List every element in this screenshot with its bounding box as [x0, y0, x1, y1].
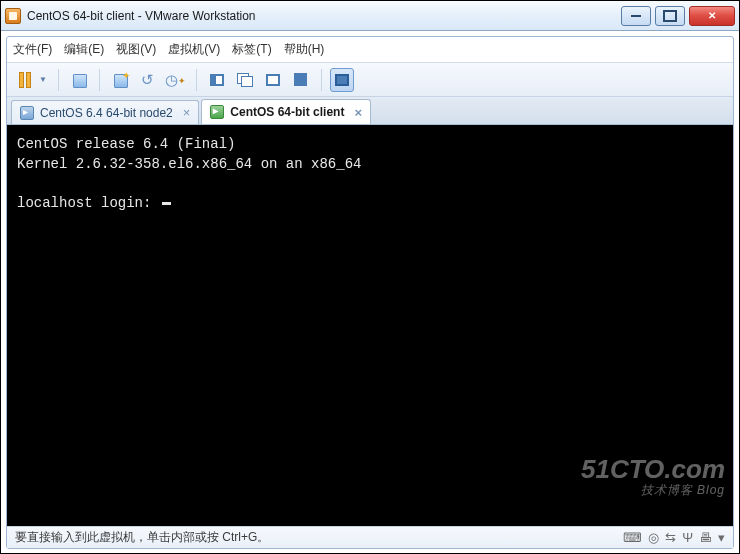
- menu-vm[interactable]: 虚拟机(V): [168, 41, 220, 58]
- vm-tab-icon: [20, 106, 34, 120]
- network-icon[interactable]: ⇆: [665, 530, 676, 545]
- watermark: 51CTO.com 技术博客 Blog: [581, 456, 725, 496]
- app-icon: [5, 8, 21, 24]
- login-prompt: localhost login:: [17, 195, 160, 211]
- tab-label: CentOS 6.4 64-bit node2: [40, 106, 173, 120]
- power-dropdown-icon[interactable]: ▼: [39, 75, 47, 84]
- toolbar-separator: [58, 69, 59, 91]
- menu-help[interactable]: 帮助(H): [284, 41, 325, 58]
- window-title: CentOS 64-bit client - VMware Workstatio…: [27, 9, 621, 23]
- title-bar: CentOS 64-bit client - VMware Workstatio…: [1, 1, 739, 31]
- vm-tab-icon: [210, 105, 224, 119]
- menu-file[interactable]: 文件(F): [13, 41, 52, 58]
- take-snapshot-button[interactable]: [108, 68, 132, 92]
- console-view-button[interactable]: [330, 68, 354, 92]
- tab-bar: CentOS 6.4 64-bit node2 × CentOS 64-bit …: [7, 97, 733, 125]
- unity-button[interactable]: [289, 68, 313, 92]
- toolbar: ▼ ↺ ◷: [7, 63, 733, 97]
- tab-close-icon[interactable]: ×: [183, 105, 191, 120]
- toolbar-separator: [196, 69, 197, 91]
- full-screen-button[interactable]: [261, 68, 285, 92]
- cd-icon[interactable]: ◎: [648, 530, 659, 545]
- terminal-line: CentOS release 6.4 (Final): [17, 136, 235, 152]
- vm-tab[interactable]: CentOS 6.4 64-bit node2 ×: [11, 100, 199, 124]
- close-button[interactable]: [689, 6, 735, 26]
- status-bar: 要直接输入到此虚拟机，单击内部或按 Ctrl+G。 ⌨ ◎ ⇆ Ψ 🖶 ▾: [7, 526, 733, 548]
- power-button[interactable]: [13, 68, 37, 92]
- watermark-subtext: 技术博客 Blog: [581, 484, 725, 496]
- snapshot-manager-button[interactable]: ◷: [164, 68, 188, 92]
- toolbar-separator: [99, 69, 100, 91]
- snapshot-button[interactable]: [67, 68, 91, 92]
- terminal-line: Kernel 2.6.32-358.el6.x86_64 on an x86_6…: [17, 156, 361, 172]
- menu-edit[interactable]: 编辑(E): [64, 41, 104, 58]
- status-text: 要直接输入到此虚拟机，单击内部或按 Ctrl+G。: [15, 529, 269, 546]
- tab-label: CentOS 64-bit client: [230, 105, 344, 119]
- vm-tab[interactable]: CentOS 64-bit client ×: [201, 99, 371, 124]
- toolbar-separator: [321, 69, 322, 91]
- menu-tabs[interactable]: 标签(T): [232, 41, 271, 58]
- menu-bar: 文件(F) 编辑(E) 视图(V) 虚拟机(V) 标签(T) 帮助(H): [7, 37, 733, 63]
- app-chrome: 文件(F) 编辑(E) 视图(V) 虚拟机(V) 标签(T) 帮助(H) ▼ ↺…: [6, 36, 734, 549]
- minimize-button[interactable]: [621, 6, 651, 26]
- watermark-text: 51CTO.com: [581, 454, 725, 484]
- console-area[interactable]: CentOS release 6.4 (Final) Kernel 2.6.32…: [7, 125, 733, 526]
- sound-icon[interactable]: 🖶: [699, 530, 712, 545]
- tab-close-icon[interactable]: ×: [354, 105, 362, 120]
- show-console-button[interactable]: [205, 68, 229, 92]
- hdd-icon[interactable]: ⌨: [623, 530, 642, 545]
- cursor-icon: [162, 202, 171, 205]
- chevron-icon[interactable]: ▾: [718, 530, 725, 545]
- terminal-output: CentOS release 6.4 (Final) Kernel 2.6.32…: [7, 125, 733, 223]
- multi-monitor-button[interactable]: [233, 68, 257, 92]
- usb-icon[interactable]: Ψ: [682, 530, 693, 545]
- maximize-button[interactable]: [655, 6, 685, 26]
- revert-snapshot-button[interactable]: ↺: [136, 68, 160, 92]
- menu-view[interactable]: 视图(V): [116, 41, 156, 58]
